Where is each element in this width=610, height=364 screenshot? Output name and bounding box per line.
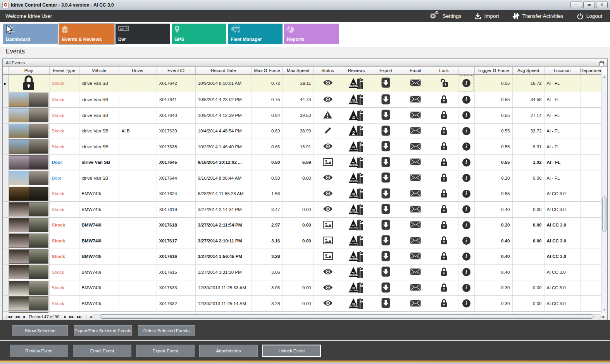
tile-dvr[interactable]: Dvr [115,24,170,44]
cell-info[interactable]: i [458,233,474,249]
cell-reviews[interactable]: NOSCORE [342,217,371,233]
cell-play[interactable] [8,186,49,202]
table-row[interactable]: ShockBMW740iX0176173/27/2014 2:10:11 PM3… [3,233,601,249]
cell-email[interactable] [401,155,430,170]
export-print-selected-events-button[interactable]: Export/Print Selected Events [74,325,132,336]
column-header[interactable]: Max G-Force [252,67,283,74]
cell-lock[interactable] [430,311,458,313]
cell-email[interactable] [401,202,430,218]
delete-selected-events-button[interactable]: Delete Selected Events [138,325,195,336]
cell-play[interactable] [8,155,49,170]
table-row[interactable]: ShockBMW740iX0176153/27/2014 1:31:30 PM3… [3,264,601,280]
cell-play[interactable] [8,74,49,92]
cell-lock[interactable] [430,217,458,233]
table-row[interactable]: ShockBMW740iX0176245/28/2014 11:55:28 AM… [3,186,601,202]
last-record-button[interactable]: ▶▶│ [75,314,84,320]
cell-reviews[interactable]: NOSCORE [342,249,371,264]
cell-play[interactable] [8,233,49,249]
column-header[interactable]: Location [544,67,580,74]
cell-export[interactable] [371,155,401,170]
export-event-button[interactable]: Export Event [136,345,195,357]
cell-reviews[interactable]: 2 [342,123,371,139]
cell-reviews[interactable]: NOSCORE [342,186,371,202]
horizontal-scrollbar-track[interactable] [93,314,601,319]
cell-info[interactable]: i [458,217,474,233]
cell-info[interactable]: i [458,139,474,155]
cell-email[interactable] [401,217,430,233]
logout-button[interactable]: Logout [577,13,602,20]
review-event-button[interactable]: Review Event [10,345,68,357]
table-row[interactable]: Shockidrive Van SBAl BX01763910/4/2014 4… [3,123,601,139]
cell-email[interactable] [401,123,430,139]
cell-play[interactable] [8,249,49,264]
column-header[interactable]: Trigger G-Force [474,67,512,74]
cell-info[interactable]: i [458,249,474,264]
cell-info[interactable]: i [458,170,474,186]
cell-play[interactable] [8,311,49,313]
table-row[interactable] [3,311,601,313]
settings-button[interactable]: ⚙⚙ Settings [430,12,462,21]
tile-fleet-manager[interactable]: Fleet Manager [228,24,283,44]
cell-export[interactable] [371,74,401,92]
table-row[interactable]: Shockidrive Van SBX01764010/5/2014 4:12:… [3,108,601,124]
tile-events-reviews[interactable]: Events & Reviews [59,24,114,44]
row-indicator[interactable] [3,217,8,233]
column-header[interactable]: Status [314,67,342,74]
scroll-left-icon[interactable]: ◀ [88,315,93,319]
cell-email[interactable] [401,264,430,280]
vertical-scrollbar-thumb[interactable] [602,196,607,232]
cell-reviews[interactable] [342,311,371,313]
cell-reviews[interactable]: NOSCORE [342,264,371,280]
table-row[interactable]: ShockBMW740iX0176193/27/2014 2:14:34 PM3… [3,202,601,218]
cell-reviews[interactable]: NOSCORE [342,170,371,186]
cell-lock[interactable] [430,186,458,202]
row-indicator[interactable] [3,296,8,312]
cell-lock[interactable] [430,280,458,296]
show-selection-button[interactable]: Show Selection [12,325,68,336]
column-header[interactable]: Driver [119,67,157,74]
cell-reviews[interactable]: NOSCORE [342,202,371,218]
cell-status[interactable] [314,280,342,296]
row-indicator[interactable] [3,202,8,218]
row-indicator[interactable] [3,233,8,249]
cell-export[interactable] [371,264,401,280]
cell-info[interactable]: i [458,155,474,170]
cell-email[interactable] [401,233,430,249]
cell-info[interactable]: i [458,74,474,92]
cell-lock[interactable] [430,92,458,108]
cell-reviews[interactable]: NOSCORE [342,280,371,296]
cell-email[interactable] [401,139,430,155]
prev-record-button[interactable]: ◀ [21,314,26,320]
cell-reviews[interactable]: NOSCORE [342,155,371,170]
column-header[interactable]: Email [401,67,430,74]
cell-status[interactable] [314,311,342,313]
horizontal-scrollbar[interactable]: ◀ ▶ [88,314,606,319]
column-header[interactable]: Reviews [342,67,371,74]
row-indicator[interactable] [3,92,8,108]
table-row[interactable]: Dooridrive Van SBX0176449/16/2014 8:06:4… [3,170,601,186]
table-row[interactable]: Shockidrive Van SBX01764110/5/2014 4:23:… [3,92,601,108]
cell-status[interactable] [314,233,342,249]
cell-export[interactable] [371,139,401,155]
cell-reviews[interactable]: NOSCORE [342,74,371,92]
cascade-windows-icon[interactable] [600,61,604,64]
cell-play[interactable] [8,264,49,280]
cell-lock[interactable] [430,123,458,139]
cell-export[interactable] [371,249,401,264]
cell-play[interactable] [8,280,49,296]
cell-email[interactable] [401,280,430,296]
cell-status[interactable] [314,92,342,108]
table-row[interactable]: Shockidrive Van SBX01763810/2/2014 1:46:… [3,139,601,155]
row-indicator[interactable] [3,170,8,186]
close-button[interactable]: ✕ [596,2,608,8]
cell-reviews[interactable]: NOSCORE [342,296,371,312]
cell-status[interactable] [314,264,342,280]
column-header[interactable]: Play [8,67,49,74]
cell-reviews[interactable]: 4 [342,108,371,124]
cell-play[interactable] [8,139,49,155]
cell-play[interactable] [8,296,49,312]
cell-info[interactable]: i [458,202,474,218]
scroll-up-icon[interactable]: ▲ [601,74,607,80]
cell-export[interactable] [371,123,401,139]
cell-export[interactable] [371,186,401,202]
